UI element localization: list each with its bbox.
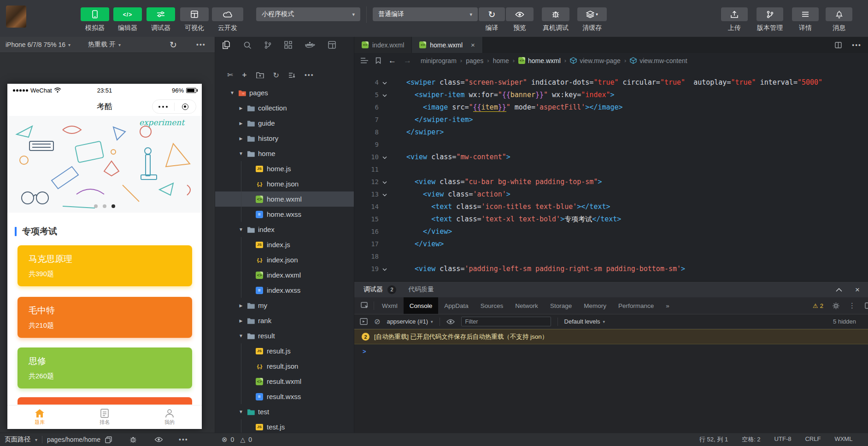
版本管理-button[interactable] [757, 7, 783, 21]
devtools-tab-Wxml[interactable]: Wxml [376, 297, 404, 314]
tab-debugger[interactable]: 调试器 2 [364, 285, 396, 294]
close-tab-icon[interactable]: × [471, 41, 475, 49]
tree-collapse-arrow[interactable]: ▶ [238, 106, 244, 110]
console-prompt[interactable]: > [354, 344, 868, 358]
phone-tab-排名[interactable]: 排名 [72, 405, 137, 429]
tree-item-home[interactable]: ▼home [215, 146, 354, 161]
devtools-tab-Memory[interactable]: Memory [578, 297, 612, 314]
close-app-button[interactable] [175, 104, 196, 110]
tree-collapse-arrow[interactable]: ▶ [238, 319, 244, 323]
tree-item-collection[interactable]: ▶collection [215, 100, 354, 116]
banner-image[interactable]: experiment [7, 116, 202, 213]
编辑器-button[interactable]: </> [113, 7, 142, 21]
devtools-tab-Storage[interactable]: Storage [544, 297, 578, 314]
fold-arrow-icon[interactable] [379, 151, 391, 163]
error-count[interactable]: 0 [231, 436, 235, 443]
more-icon[interactable]: ••• [305, 71, 314, 79]
copy-path-icon[interactable] [105, 436, 112, 443]
tree-item-result.js[interactable]: JSresult.js [215, 343, 354, 359]
editor-more-icon[interactable]: ••• [852, 41, 862, 49]
devtools-tab-Sources[interactable]: Sources [475, 297, 510, 314]
fold-arrow-icon[interactable] [379, 188, 391, 201]
tree-expand-arrow[interactable]: ▼ [238, 151, 244, 156]
bug-icon[interactable] [129, 436, 137, 443]
live-expression-eye-icon[interactable] [446, 319, 455, 324]
refresh2-icon[interactable]: ↻ [273, 71, 279, 80]
tree-item-test[interactable]: ▼test [215, 404, 354, 419]
kebab-menu-icon[interactable]: ⋮ [849, 301, 856, 310]
nav-back-icon[interactable]: ← [388, 56, 396, 65]
breadcrumb-item-view.mw-content[interactable]: view.mw-content [630, 57, 687, 64]
tree-item-home.wxml[interactable]: <>home.wxml [215, 191, 354, 207]
breadcrumb-item-pages[interactable]: pages [466, 57, 483, 64]
tree-item-result[interactable]: ▼result [215, 328, 354, 343]
fold-arrow-icon[interactable] [379, 176, 391, 188]
git-icon[interactable] [264, 41, 271, 49]
log-levels-select[interactable]: Default levels ▾ [564, 318, 605, 325]
context-select[interactable]: appservice (#1) ▾ [387, 318, 433, 325]
消息-button[interactable] [826, 7, 852, 21]
eol-setting[interactable]: CRLF [805, 435, 821, 444]
console-window-icon[interactable] [360, 318, 368, 325]
tree-expand-arrow[interactable]: ▼ [238, 333, 244, 338]
simulator-more-button[interactable]: ••• [196, 41, 206, 48]
breadcrumb-item-home[interactable]: home [493, 57, 509, 64]
subject-card[interactable]: 马克思原理共390题 [18, 245, 192, 286]
tree-item-index.js[interactable]: JSindex.js [215, 237, 354, 252]
scissors-icon[interactable]: ✄ [227, 71, 233, 79]
eye-icon[interactable] [154, 437, 163, 442]
调试器-button[interactable] [147, 7, 175, 21]
editor-tab-home.wxml[interactable]: <>home.wxml× [412, 37, 483, 53]
phone-tab-题库[interactable]: 题库 [7, 405, 72, 429]
tree-expand-arrow[interactable]: ▼ [238, 227, 244, 232]
devtools-tab-Network[interactable]: Network [509, 297, 544, 314]
tree-collapse-arrow[interactable]: ▶ [238, 136, 244, 141]
tree-item-guide[interactable]: ▶guide [215, 116, 354, 131]
tree-item-home.wxss[interactable]: ≡home.wxss [215, 207, 354, 222]
tree-item-index.wxml[interactable]: <>index.wxml [215, 267, 354, 283]
split-editor-icon[interactable] [835, 42, 842, 48]
new-folder-icon[interactable] [256, 72, 264, 78]
tree-item-rank[interactable]: ▶rank [215, 313, 354, 328]
hidden-count-label[interactable]: 5 hidden [833, 318, 868, 325]
warnings-indicator[interactable]: ⚠ 2 [813, 302, 823, 309]
tree-expand-arrow[interactable]: ▼ [229, 90, 235, 95]
close-panel-icon[interactable]: × [855, 288, 860, 292]
indent-setting[interactable]: 空格: 2 [742, 435, 760, 444]
subject-card[interactable]: 思修共260题 [18, 348, 192, 388]
outline-icon[interactable] [361, 58, 368, 64]
tree-item-my[interactable]: ▶my [215, 298, 354, 313]
clear-console-icon[interactable]: ⊘ [374, 317, 380, 326]
partial-card[interactable] [18, 397, 192, 405]
tab-code-quality[interactable]: 代码质量 [408, 285, 434, 294]
encoding-setting[interactable]: UTF-8 [774, 435, 792, 444]
tree-item-pages[interactable]: ▼‹›pages [215, 85, 354, 100]
filter-input[interactable] [461, 317, 551, 326]
editor-tab-index.wxml[interactable]: <>index.wxml [354, 37, 412, 53]
dock-icon[interactable] [865, 302, 868, 309]
fold-arrow-icon[interactable] [379, 263, 391, 275]
warning-count[interactable]: 0 [248, 436, 252, 443]
bookmark-icon[interactable] [375, 57, 381, 64]
tree-item-test.js[interactable]: JStest.js [215, 419, 354, 433]
tree-item-index.wxss[interactable]: ≡index.wxss [215, 283, 354, 298]
tree-item-result.wxml[interactable]: <>result.wxml [215, 374, 354, 389]
真机调试-button[interactable] [542, 7, 569, 21]
fold-arrow-icon[interactable] [379, 89, 391, 101]
tree-item-history[interactable]: ▶history [215, 131, 354, 146]
tree-item-result.json[interactable]: {..}result.json [215, 359, 354, 374]
mode-select[interactable]: 小程序模式 ▾ [256, 7, 360, 21]
page-path-value[interactable]: pages/home/home [47, 436, 100, 443]
inspect-icon[interactable] [361, 302, 369, 309]
tree-item-result.wxss[interactable]: ≡result.wxss [215, 389, 354, 404]
add-icon[interactable]: + [242, 70, 247, 80]
tree-item-home.json[interactable]: {..}home.json [215, 176, 354, 191]
device-select[interactable]: iPhone 6/7/8 75% 16 ▾ [6, 41, 70, 48]
breadcrumb-item-home.wxml[interactable]: <>home.wxml [518, 57, 561, 64]
预览-button[interactable] [506, 7, 534, 21]
devtools-tab-Performance[interactable]: Performance [612, 297, 660, 314]
云开发-button[interactable] [212, 7, 243, 21]
phone-tab-我的[interactable]: 我的 [137, 405, 202, 429]
tree-item-home.js[interactable]: JShome.js [215, 161, 354, 176]
simulator-refresh-button[interactable]: ↻ [170, 41, 177, 49]
